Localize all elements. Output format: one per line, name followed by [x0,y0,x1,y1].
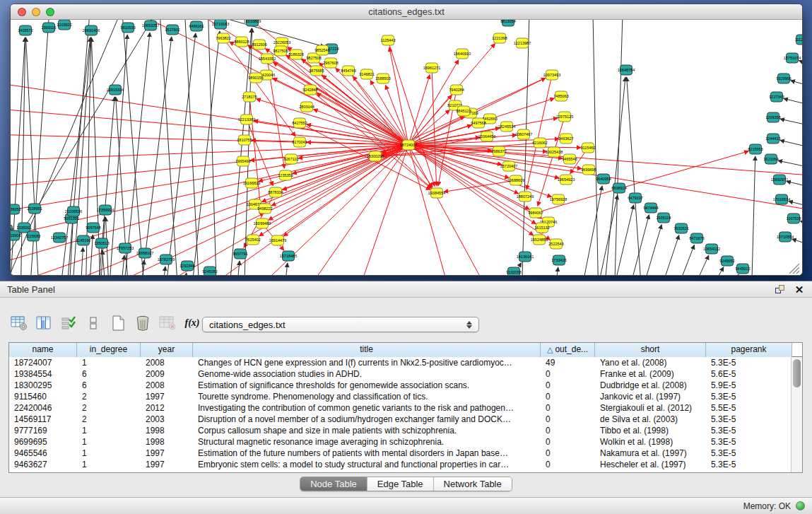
table-cell[interactable]: 0 [541,391,595,402]
graph-node[interactable]: 9890155 [248,73,263,83]
graph-node[interactable]: 12213369 [238,115,255,124]
table-cell[interactable]: 5.3E-5 [706,436,792,448]
tab-network-table[interactable]: Network Table [434,477,512,491]
graph-node[interactable]: 1167533 [786,214,801,223]
table-cell[interactable]: Estimation of the future numbers of pati… [193,448,541,459]
close-panel-icon[interactable]: ✕ [792,283,806,296]
table-row[interactable]: 911546021997Tourette syndrome. Phenomeno… [9,391,791,402]
graph-node[interactable]: 1640954 [596,174,611,184]
table-row[interactable]: 969969511998Structural magnetic resonanc… [9,436,791,448]
graph-node[interactable]: 1405572 [18,25,33,35]
graph-node[interactable]: 2528951 [27,204,42,214]
graph-node[interactable]: 8813054 [500,20,515,26]
table-cell[interactable]: 9777169 [9,425,77,436]
float-window-icon[interactable] [772,283,787,296]
table-cell[interactable]: Wolkin et al. (1998) [595,436,706,448]
network-canvas[interactable]: 1405572239911612039222069140698105331065… [11,20,802,275]
graph-node[interactable]: 1588503 [375,74,390,83]
graph-node[interactable]: 16099489 [254,218,271,228]
graph-node[interactable]: 9474444 [643,203,658,213]
graph-node[interactable]: 12342757 [51,233,68,243]
graph-node[interactable]: 8427552 [292,118,307,128]
table-row[interactable]: 2242004622012Investigating the contribut… [9,402,791,414]
graph-node[interactable]: 1244415 [765,134,780,144]
graph-node[interactable]: 10973493 [543,70,560,80]
graph-node[interactable]: 1235359 [278,170,293,180]
table-row[interactable]: 946362711997Embryonic stem cells: a mode… [9,459,791,470]
table-cell[interactable]: 5.3E-5 [706,414,792,425]
table-row[interactable]: 1456911722003Disruption of a novel membe… [9,414,791,425]
graph-node[interactable]: 1125443 [380,35,395,45]
table-cell[interactable]: 5.5E-5 [706,402,792,414]
table-cell[interactable]: 18724007 [9,357,77,368]
table-cell[interactable]: Structural magnetic resonance image aver… [193,436,541,448]
tab-edge-table[interactable]: Edge Table [367,477,434,491]
table-cell[interactable]: Tibbo et al. (1998) [595,425,706,436]
graph-node[interactable]: 16914479 [269,235,286,245]
vertical-scrollbar[interactable] [791,357,802,472]
table-cell[interactable]: Tourette syndrome. Phenomenology and cla… [193,391,541,402]
table-selector-dropdown[interactable]: citations_edges.txt [202,317,479,332]
table-cell[interactable]: Yano et al. (2008) [595,357,706,368]
graph-node[interactable]: 1115683 [26,231,41,241]
window-titlebar[interactable]: citations_edges.txt [11,4,802,20]
graph-node[interactable]: 10025438 [546,147,563,157]
graph-node[interactable]: 6479197 [628,193,642,203]
table-cell[interactable]: Dudbridge et al. (2008) [595,380,706,391]
table-row[interactable]: 1872400712008Changes of HCN gene express… [9,357,791,368]
graph-node[interactable]: 2718176 [242,92,257,102]
graph-node[interactable]: 9657791 [233,249,247,259]
table-cell[interactable]: 1 [77,436,141,448]
graph-node[interactable]: 15692971 [771,175,788,185]
graph-node[interactable]: 2536050 [11,204,21,214]
graph-node[interactable]: 1350513 [94,238,109,248]
table-cell[interactable]: Jankovic et al. (1997) [595,391,706,402]
graph-node[interactable]: 18245534 [498,122,515,132]
table-cell[interactable]: Disruption of a novel member of a sodium… [193,414,541,425]
graph-node[interactable]: 8912936 [252,40,266,49]
graph-node[interactable]: 7986372 [491,146,506,156]
graph-node[interactable]: 2399116 [41,23,56,33]
column-header-short[interactable]: short [595,343,706,357]
graph-node[interactable]: 6466161 [189,21,204,31]
table-row[interactable]: 977716911998Corpus callosum shape and si… [9,425,791,436]
graph-node[interactable]: 1221398 [492,33,507,43]
table-settings-icon[interactable] [10,314,28,332]
graph-node[interactable]: 9445012 [735,264,750,274]
row-check-icon[interactable] [59,314,78,332]
graph-node[interactable]: 8454749 [341,66,355,76]
graph-node[interactable]: 8860128 [234,37,249,47]
table-cell[interactable]: 1 [77,425,141,436]
table-cell[interactable]: Embryonic stem cells: a model to study s… [193,459,541,470]
graph-node[interactable]: 1615132 [534,223,549,233]
graph-node[interactable]: 9097548 [86,223,100,233]
graph-node[interactable]: 8170041 [292,137,307,147]
graph-node[interactable]: 7963822 [216,33,230,43]
graph-node[interactable]: 16958107 [136,248,153,258]
column-header-year[interactable]: year [141,343,193,357]
table-cell[interactable]: 0 [541,368,595,380]
column-header-pagerank[interactable]: pagerank [706,343,792,357]
graph-node[interactable]: 8471676 [689,233,704,243]
graph-node[interactable]: 18807249 [517,192,534,201]
table-cell[interactable]: 5.6E-5 [706,368,792,380]
graph-node[interactable]: 1145190 [76,235,90,245]
graph-node[interactable]: 14136141 [517,252,534,262]
graph-node[interactable]: 19756928 [550,194,567,204]
resize-grip-icon[interactable] [789,264,799,274]
graph-node[interactable]: 16640910 [454,49,471,59]
table-cell[interactable]: 2 [77,414,141,425]
graph-node[interactable]: 9852546 [314,45,329,55]
graph-node[interactable]: 17016514 [773,194,790,204]
table-cell[interactable]: Stergiakouli et al. (2012) [595,402,706,414]
graph-node[interactable]: 16648784 [618,65,635,75]
graph-node[interactable]: 10654112 [703,244,720,254]
table-row[interactable]: 946554611997Estimation of the future num… [9,448,791,459]
graph-node[interactable]: 8878334 [268,187,283,197]
graph-node[interactable]: 9132058 [506,267,521,275]
table-cell[interactable]: 1 [77,357,141,368]
graph-node[interactable]: 19654923 [558,175,575,185]
graph-node[interactable]: 9498222 [257,204,272,214]
graph-node[interactable]: 19166829 [243,178,260,188]
graph-node[interactable]: 20364456 [478,132,495,141]
